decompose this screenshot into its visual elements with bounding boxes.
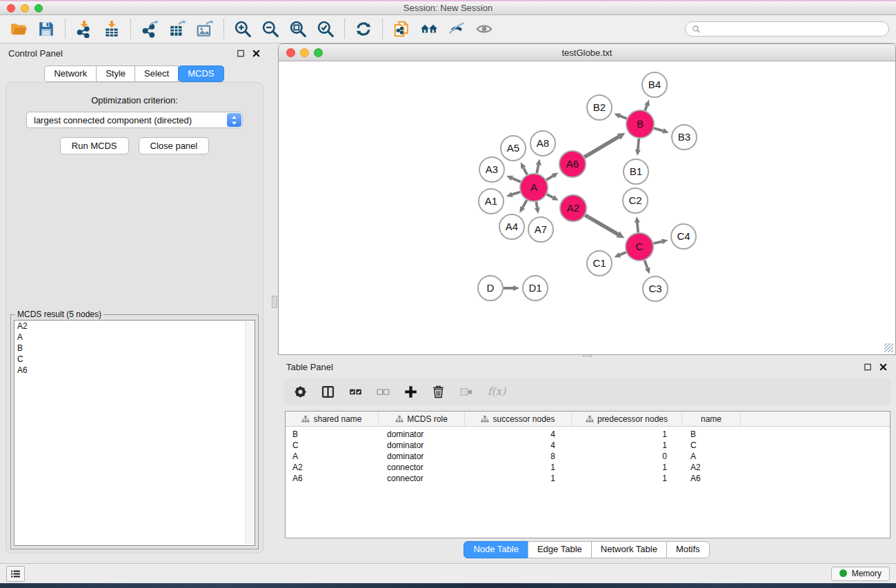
network-canvas[interactable]: B4B2BB3A8A5A6A3B1AC2A1A2A4A7C4CC1C3DD1 [279, 62, 895, 354]
duplicate-network-button[interactable] [392, 20, 410, 38]
toggle-graphics-details-button[interactable] [448, 20, 466, 38]
tab-mcds[interactable]: MCDS [178, 65, 223, 82]
vertical-split-handle[interactable] [272, 296, 277, 308]
table-cell[interactable]: 1 [572, 440, 682, 451]
table-cell[interactable]: A2 [286, 462, 379, 473]
column-header-mcds-role[interactable]: MCDS role [379, 412, 465, 426]
birds-eye-view-button[interactable] [475, 20, 493, 38]
resize-corner-handle[interactable] [884, 343, 893, 352]
home-view-button[interactable] [420, 20, 438, 38]
graph-edge-D-D1[interactable] [504, 285, 519, 291]
graph-node-B3[interactable]: B3 [672, 125, 697, 150]
delete-selected-button[interactable] [431, 385, 446, 399]
optimization-criterion-select[interactable]: largest connected component (directed) [26, 112, 243, 128]
network-window-titlebar[interactable]: testGlobe.txt [279, 44, 895, 61]
table-cell[interactable]: 1 [572, 462, 682, 473]
table-row[interactable]: A2connector11A2 [286, 462, 890, 473]
close-table-panel-button[interactable] [879, 363, 888, 372]
table-cell[interactable]: 1 [465, 473, 572, 484]
minimize-window-button[interactable] [21, 4, 29, 12]
import-network-button[interactable] [75, 20, 93, 38]
fullscreen-window-button[interactable] [34, 4, 43, 12]
close-control-panel-button[interactable] [252, 49, 261, 58]
graph-edge-A-A2[interactable] [547, 194, 559, 201]
graph-edge-B-B1[interactable] [635, 139, 641, 156]
open-session-button[interactable] [10, 20, 28, 38]
result-list-scrollbar[interactable] [245, 321, 254, 545]
graph-edge-C-C1[interactable] [614, 252, 626, 257]
table-cell[interactable]: A6 [286, 473, 379, 484]
table-cell[interactable]: B [286, 429, 379, 440]
run-mcds-button[interactable]: Run MCDS [60, 137, 129, 154]
table-cell[interactable]: 0 [572, 451, 682, 462]
table-cell[interactable]: dominator [379, 451, 465, 462]
table-cell[interactable]: A [682, 451, 741, 462]
mcds-result-item[interactable]: B [14, 343, 255, 354]
table-row[interactable]: Adominator80A [286, 451, 890, 462]
table-options-button[interactable] [293, 385, 308, 399]
graph-node-A5[interactable]: A5 [501, 136, 526, 161]
graph-node-C[interactable]: C [626, 233, 653, 261]
tab-edge-table[interactable]: Edge Table [528, 541, 592, 558]
memory-button[interactable]: Memory [831, 567, 890, 581]
table-cell[interactable]: A6 [682, 473, 741, 484]
show-columns-button[interactable] [321, 385, 335, 399]
column-header-name[interactable]: name [682, 412, 741, 426]
graph-edge-B-B2[interactable] [614, 113, 626, 119]
graph-edge-A-A1[interactable] [506, 192, 520, 197]
table-cell[interactable]: dominator [379, 440, 465, 451]
table-cell[interactable]: 4 [465, 440, 572, 451]
graph-node-A4[interactable]: A4 [499, 214, 524, 239]
mcds-result-item[interactable]: A6 [14, 365, 255, 376]
refresh-view-button[interactable] [355, 20, 372, 38]
tab-style[interactable]: Style [96, 65, 135, 82]
mcds-result-item[interactable]: A2 [14, 321, 255, 332]
graph-node-C2[interactable]: C2 [623, 188, 648, 213]
graph-node-A[interactable]: A [520, 174, 548, 201]
graph-edge-A-A8[interactable] [536, 159, 541, 174]
network-minimize-button[interactable] [300, 48, 309, 57]
table-cell[interactable]: 1 [572, 473, 682, 484]
search-input[interactable] [705, 24, 882, 34]
tab-network-table[interactable]: Network Table [591, 541, 667, 558]
graph-edge-C-C2[interactable] [635, 216, 640, 232]
column-header-successor-nodes[interactable]: successor nodes [465, 412, 572, 426]
float-control-panel-button[interactable] [237, 49, 246, 58]
graph-node-D[interactable]: D [478, 276, 503, 301]
network-close-button[interactable] [286, 48, 295, 57]
save-session-button[interactable] [37, 20, 55, 38]
graph-node-A1[interactable]: A1 [479, 189, 504, 214]
search-box[interactable] [685, 21, 889, 37]
create-column-button[interactable] [404, 385, 418, 399]
close-panel-button[interactable]: Close panel [139, 137, 210, 154]
graph-node-C1[interactable]: C1 [587, 251, 612, 276]
import-table-button[interactable] [103, 20, 121, 38]
graph-edge-A2-C[interactable] [585, 215, 624, 238]
graph-edge-C-C4[interactable] [653, 239, 668, 244]
zoom-in-button[interactable] [234, 20, 252, 38]
select-all-rows-button[interactable] [348, 385, 363, 399]
table-cell[interactable]: C [682, 440, 741, 451]
table-cell[interactable]: connector [379, 473, 465, 484]
tab-motifs[interactable]: Motifs [666, 541, 710, 558]
graph-edge-A-A5[interactable] [521, 162, 528, 174]
export-image-button[interactable] [196, 20, 214, 38]
deselect-all-rows-button[interactable] [376, 385, 390, 399]
graph-edge-A6-B[interactable] [584, 133, 625, 157]
float-table-panel-button[interactable] [864, 363, 873, 372]
table-row[interactable]: Cdominator41C [286, 440, 890, 451]
table-cell[interactable]: 4 [465, 429, 572, 440]
graph-node-B2[interactable]: B2 [587, 95, 612, 120]
export-table-button[interactable] [168, 20, 186, 38]
table-cell[interactable]: A [286, 451, 379, 462]
graph-edge-A-A3[interactable] [506, 176, 521, 182]
mcds-result-item[interactable]: C [14, 354, 255, 365]
table-cell[interactable]: C [286, 440, 379, 451]
column-header-predecessor-nodes[interactable]: predecessor nodes [572, 412, 682, 426]
export-network-button[interactable] [141, 20, 159, 38]
table-cell[interactable]: 1 [465, 462, 572, 473]
zoom-selected-button[interactable] [317, 20, 335, 38]
graph-edge-A-A7[interactable] [535, 202, 540, 214]
graph-node-A7[interactable]: A7 [528, 217, 553, 242]
table-cell[interactable]: B [682, 429, 741, 440]
